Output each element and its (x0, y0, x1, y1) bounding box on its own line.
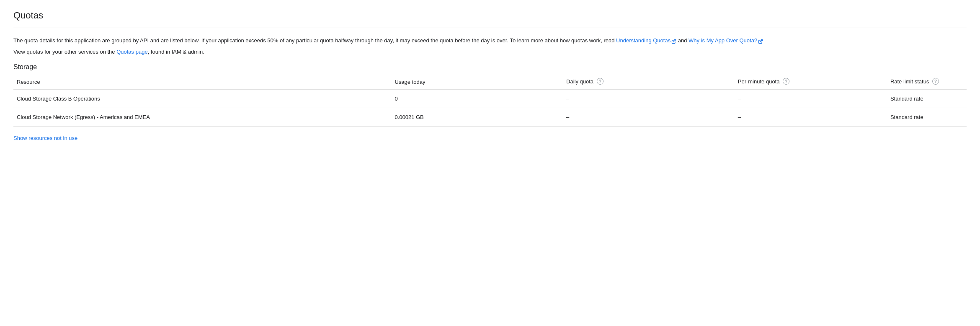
description-prefix: The quota details for this application a… (13, 37, 616, 44)
svg-line-0 (673, 39, 676, 42)
divider (13, 28, 967, 28)
cell-usage-0: 0 (395, 90, 566, 108)
table-row: Cloud Storage Class B Operations0––Stand… (13, 90, 967, 108)
svg-line-1 (760, 39, 763, 42)
quotas-page-link[interactable]: Quotas page (116, 49, 147, 55)
header-perminute-quota: Per-minute quota ? (738, 74, 890, 90)
line2-suffix: , found in IAM & admin. (148, 49, 204, 55)
cell-daily-1: – (566, 108, 738, 127)
quota-table: Resource Usage today Daily quota ? Per-m… (13, 74, 967, 127)
quota-link-line: View quotas for your other services on t… (13, 49, 967, 55)
header-resource: Resource (13, 74, 395, 90)
external-link-icon (671, 38, 676, 43)
header-rate-limit: Rate limit status ? (890, 74, 967, 90)
why-over-quota-link[interactable]: Why is My App Over Quota? (689, 37, 763, 44)
cell-daily-0: – (566, 90, 738, 108)
rate-limit-help-icon[interactable]: ? (932, 78, 939, 85)
cell-resource-1: Cloud Storage Network (Egress) - America… (13, 108, 395, 127)
line2-prefix: View quotas for your other services on t… (13, 49, 116, 55)
header-usage-today: Usage today (395, 74, 566, 90)
and-text: and (676, 37, 689, 44)
description-line1: The quota details for this application a… (13, 36, 967, 45)
show-resources-link[interactable]: Show resources not in use (13, 135, 77, 141)
cell-perminute-1: – (738, 108, 890, 127)
table-row: Cloud Storage Network (Egress) - America… (13, 108, 967, 127)
page-title: Quotas (13, 10, 967, 21)
section-title: Storage (13, 63, 967, 71)
external-link-icon-2 (758, 38, 763, 43)
header-daily-quota: Daily quota ? (566, 74, 738, 90)
cell-usage-1: 0.00021 GB (395, 108, 566, 127)
cell-rate-1: Standard rate (890, 108, 967, 127)
show-resources-container: Show resources not in use (13, 135, 967, 141)
cell-resource-0: Cloud Storage Class B Operations (13, 90, 395, 108)
cell-perminute-0: – (738, 90, 890, 108)
cell-rate-0: Standard rate (890, 90, 967, 108)
daily-quota-help-icon[interactable]: ? (597, 78, 603, 85)
understanding-quotas-link[interactable]: Understanding Quotas (616, 37, 676, 44)
page-container: Quotas The quota details for this applic… (0, 0, 980, 151)
table-header-row: Resource Usage today Daily quota ? Per-m… (13, 74, 967, 90)
perminute-quota-help-icon[interactable]: ? (783, 78, 789, 85)
